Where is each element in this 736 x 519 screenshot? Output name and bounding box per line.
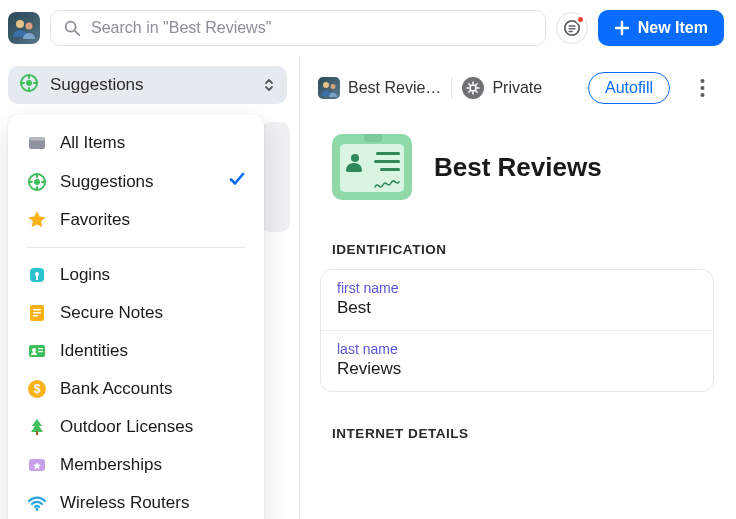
field-value: Best bbox=[337, 298, 697, 318]
identity-icon bbox=[26, 340, 48, 362]
field-label: first name bbox=[337, 280, 697, 296]
top-bar: New Item bbox=[0, 0, 736, 56]
item-header: Best Reviews bbox=[318, 134, 716, 200]
dropdown-item-favorites[interactable]: Favorites bbox=[8, 201, 264, 239]
dropdown-item-label: Identities bbox=[60, 341, 128, 361]
dropdown-item-memberships[interactable]: Memberships bbox=[8, 446, 264, 484]
check-icon bbox=[228, 170, 246, 193]
bank-icon: $ bbox=[26, 378, 48, 400]
plus-icon bbox=[614, 20, 630, 36]
svg-rect-18 bbox=[33, 309, 41, 311]
search-icon bbox=[63, 19, 81, 37]
account-avatar[interactable] bbox=[8, 12, 40, 44]
breadcrumb-account[interactable]: Best Revie… bbox=[318, 77, 441, 99]
search-input[interactable] bbox=[91, 19, 533, 37]
svg-rect-21 bbox=[29, 345, 45, 357]
svg-rect-5 bbox=[568, 25, 575, 26]
chevron-up-down-icon bbox=[261, 77, 277, 93]
identity-card-icon bbox=[332, 134, 412, 200]
svg-rect-20 bbox=[33, 315, 38, 317]
item-list-placeholder bbox=[260, 122, 290, 232]
dropdown-item-bank-accounts[interactable]: $ Bank Accounts bbox=[8, 370, 264, 408]
quick-access-button[interactable] bbox=[556, 12, 588, 44]
svg-rect-27 bbox=[36, 431, 38, 435]
category-selector-label: Suggestions bbox=[50, 75, 251, 95]
ellipsis-vertical-icon bbox=[700, 78, 705, 98]
svg-point-41 bbox=[700, 79, 704, 83]
note-icon bbox=[26, 302, 48, 324]
svg-rect-11 bbox=[29, 137, 45, 141]
svg-text:$: $ bbox=[34, 382, 41, 396]
breadcrumb-account-label: Best Revie… bbox=[348, 79, 441, 97]
svg-point-29 bbox=[36, 508, 39, 511]
dropdown-item-label: Bank Accounts bbox=[60, 379, 172, 399]
section-heading-identification: IDENTIFICATION bbox=[332, 242, 716, 257]
wifi-icon bbox=[26, 492, 48, 514]
svg-rect-7 bbox=[568, 31, 573, 32]
category-selector[interactable]: Suggestions bbox=[8, 66, 287, 104]
svg-rect-16 bbox=[36, 275, 38, 280]
svg-point-13 bbox=[34, 179, 40, 185]
svg-rect-19 bbox=[33, 312, 41, 314]
star-icon bbox=[26, 209, 48, 231]
svg-point-1 bbox=[26, 23, 33, 30]
account-icon bbox=[318, 77, 340, 99]
key-icon bbox=[26, 264, 48, 286]
svg-point-30 bbox=[323, 82, 329, 88]
people-icon bbox=[11, 15, 37, 41]
dropdown-item-outdoor-licenses[interactable]: Outdoor Licenses bbox=[8, 408, 264, 446]
dropdown-item-suggestions[interactable]: Suggestions bbox=[8, 162, 264, 201]
dropdown-item-label: Outdoor Licenses bbox=[60, 417, 193, 437]
svg-line-37 bbox=[469, 84, 470, 85]
tree-icon bbox=[26, 416, 48, 438]
dropdown-item-identities[interactable]: Identities bbox=[8, 332, 264, 370]
breadcrumb-vault[interactable]: Private bbox=[462, 77, 542, 99]
field-first-name[interactable]: first name Best bbox=[321, 270, 713, 330]
autofill-button[interactable]: Autofill bbox=[588, 72, 670, 104]
field-value: Reviews bbox=[337, 359, 697, 379]
svg-line-40 bbox=[476, 84, 477, 85]
dropdown-item-label: Memberships bbox=[60, 455, 162, 475]
more-options-button[interactable] bbox=[688, 74, 716, 102]
item-title: Best Reviews bbox=[434, 152, 602, 183]
svg-point-31 bbox=[331, 84, 336, 89]
svg-line-38 bbox=[476, 91, 477, 92]
dropdown-item-label: Suggestions bbox=[60, 172, 154, 192]
dropdown-item-label: Favorites bbox=[60, 210, 130, 230]
main-body: Suggestions All Items Suggestions bbox=[0, 56, 736, 519]
dropdown-item-logins[interactable]: Logins bbox=[8, 256, 264, 294]
membership-icon bbox=[26, 454, 48, 476]
suggestions-icon bbox=[18, 72, 40, 98]
notification-dot-icon bbox=[576, 15, 585, 24]
all-items-icon bbox=[26, 132, 48, 154]
breadcrumb: Best Revie… Private Autofill bbox=[318, 72, 716, 104]
section-heading-internet: INTERNET DETAILS bbox=[332, 426, 716, 441]
svg-line-3 bbox=[75, 31, 80, 36]
search-field[interactable] bbox=[50, 10, 546, 46]
svg-point-42 bbox=[700, 86, 704, 90]
svg-point-9 bbox=[26, 80, 32, 86]
svg-point-32 bbox=[470, 85, 476, 91]
dropdown-separator bbox=[26, 247, 246, 248]
identification-fields: first name Best last name Reviews bbox=[320, 269, 714, 392]
field-last-name[interactable]: last name Reviews bbox=[321, 330, 713, 391]
detail-pane: Best Revie… Private Autofill bbox=[300, 56, 736, 519]
category-dropdown: All Items Suggestions Favorites bbox=[8, 114, 264, 519]
breadcrumb-vault-label: Private bbox=[492, 79, 542, 97]
new-item-button[interactable]: New Item bbox=[598, 10, 724, 46]
svg-rect-24 bbox=[38, 351, 43, 352]
gear-icon bbox=[462, 77, 484, 99]
dropdown-item-wireless-routers[interactable]: Wireless Routers bbox=[8, 484, 264, 519]
new-item-label: New Item bbox=[638, 19, 708, 37]
dropdown-item-label: Logins bbox=[60, 265, 110, 285]
breadcrumb-separator bbox=[451, 77, 452, 99]
svg-point-43 bbox=[700, 93, 704, 97]
svg-line-39 bbox=[469, 91, 470, 92]
left-column: Suggestions All Items Suggestions bbox=[0, 56, 300, 519]
svg-rect-23 bbox=[38, 348, 43, 349]
suggestions-icon bbox=[26, 171, 48, 193]
dropdown-item-all-items[interactable]: All Items bbox=[8, 124, 264, 162]
dropdown-item-label: All Items bbox=[60, 133, 125, 153]
svg-point-22 bbox=[32, 348, 36, 352]
dropdown-item-secure-notes[interactable]: Secure Notes bbox=[8, 294, 264, 332]
